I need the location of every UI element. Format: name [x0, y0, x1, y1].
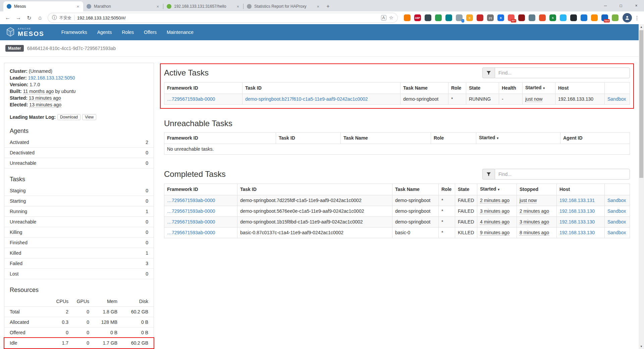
extension-icon[interactable]: ABP — [414, 14, 421, 21]
page-scrollbar[interactable]: ▲ ▼ — [639, 24, 644, 349]
col-state[interactable]: State — [455, 184, 477, 195]
col-role[interactable]: Role — [439, 184, 455, 195]
tab-hello-app[interactable]: 192.168.133.131:31657/hello × — [163, 1, 243, 11]
resources-row-total: Total 2 0 1.8 GB 60.2 GB — [4, 307, 154, 317]
col-task-id[interactable]: Task ID — [237, 184, 392, 195]
sandbox-link[interactable]: Sandbox — [607, 208, 626, 214]
col-host[interactable]: Host — [555, 83, 605, 94]
nav-item-agents[interactable]: Agents — [92, 24, 117, 40]
nav-item-maintenance[interactable]: Maintenance — [162, 24, 199, 40]
home-button[interactable]: ⌂ — [35, 13, 45, 23]
log-view-button[interactable]: View — [82, 114, 96, 120]
host-link[interactable]: 192.168.133.130 — [559, 230, 595, 235]
nav-item-roles[interactable]: Roles — [117, 24, 139, 40]
new-tab-button[interactable]: + — [323, 2, 333, 11]
col-role[interactable]: Role — [431, 133, 476, 144]
completed-tasks-find-input[interactable] — [495, 169, 630, 180]
tab-close-icon[interactable]: × — [316, 4, 320, 9]
url-input[interactable] — [77, 15, 378, 20]
col-task-name[interactable]: Task Name — [400, 83, 448, 94]
address-bar[interactable]: ⓘ 不安全 A ☆ — [48, 13, 398, 23]
nav-item-frameworks[interactable]: Frameworks — [56, 24, 92, 40]
col-started[interactable]: Started▼ — [477, 184, 517, 195]
tab-close-icon[interactable]: × — [76, 4, 80, 9]
extension-icon[interactable] — [581, 14, 587, 21]
framework-id-link[interactable]: …7295671593ab-0000 — [167, 219, 215, 225]
bookmark-star-icon[interactable]: ☆ — [389, 15, 393, 21]
reload-button[interactable]: ↻ — [24, 13, 34, 23]
framework-id-link[interactable]: …7295671593ab-0000 — [167, 198, 215, 203]
col-task-name[interactable]: Task Name — [341, 133, 431, 144]
col-task-name[interactable]: Task Name — [392, 184, 439, 195]
col-host[interactable]: Host — [557, 184, 605, 195]
extension-icon[interactable]: (≡) — [487, 14, 494, 21]
extension-icon[interactable]: 1 — [456, 14, 463, 21]
forward-button[interactable]: → — [13, 13, 23, 23]
col-started[interactable]: Started▼ — [476, 133, 560, 144]
tab-mesos[interactable]: Mesos × — [3, 1, 83, 11]
extension-icon[interactable]: S — [549, 14, 556, 21]
col-agent-id[interactable]: Agent ID — [560, 133, 630, 144]
col-stopped[interactable]: Stopped — [517, 184, 557, 195]
extension-icon[interactable] — [425, 14, 431, 21]
extension-icon[interactable]: New — [601, 14, 608, 21]
host-link[interactable]: 192.168.133.130 — [559, 208, 595, 214]
col-started[interactable]: Started▼ — [523, 83, 555, 94]
extension-icon[interactable] — [435, 14, 442, 21]
browser-menu-icon[interactable]: ⋮ — [633, 13, 641, 23]
extension-icon[interactable]: 99+ — [508, 14, 515, 21]
col-task-id[interactable]: Task ID — [276, 133, 341, 144]
host-link[interactable]: 192.168.133.131 — [559, 198, 595, 203]
log-download-button[interactable]: Download — [57, 114, 80, 120]
extension-icon[interactable] — [529, 14, 535, 21]
col-framework-id[interactable]: Framework ID — [164, 133, 276, 144]
col-task-id[interactable]: Task ID — [243, 83, 400, 94]
framework-id-link[interactable]: …7295671593ab-0000 — [167, 230, 215, 235]
minimize-button[interactable]: ─ — [598, 0, 613, 11]
scrollbar-thumb[interactable] — [639, 30, 643, 178]
col-role[interactable]: Role — [448, 83, 466, 94]
profile-avatar[interactable] — [623, 13, 632, 22]
mesos-logo[interactable]: APACHE MESOS — [6, 27, 44, 37]
extension-icon[interactable] — [570, 14, 577, 21]
col-health[interactable]: Health — [499, 83, 523, 94]
maximize-button[interactable]: □ — [613, 0, 629, 11]
extension-icon[interactable] — [404, 14, 411, 21]
col-framework-id[interactable]: Framework ID — [164, 83, 243, 94]
leader-link[interactable]: 192.168.133.132:5050 — [28, 75, 75, 81]
task-id-link[interactable]: demo-springboot.b217f610-c1a5-11e9-aaf9-… — [245, 96, 368, 102]
tab-close-icon[interactable]: × — [236, 4, 240, 9]
task-name-cell: demo-springboot — [392, 195, 439, 206]
extension-icon[interactable] — [518, 14, 525, 21]
extension-icon[interactable] — [539, 14, 546, 21]
scroll-down-icon[interactable]: ▼ — [639, 344, 644, 349]
tab-haproxy-stats[interactable]: Statistics Report for HAProxy × — [244, 1, 323, 11]
security-label[interactable]: 不安全 — [59, 15, 71, 21]
extension-icon[interactable]: B — [497, 14, 504, 21]
translate-icon[interactable]: A — [381, 15, 386, 20]
sandbox-link[interactable]: Sandbox — [607, 198, 626, 203]
back-button[interactable]: ← — [3, 13, 13, 23]
sandbox-link[interactable]: Sandbox — [607, 230, 626, 235]
close-button[interactable]: × — [629, 0, 644, 11]
sandbox-link[interactable]: Sandbox — [607, 96, 626, 102]
page-info-icon[interactable]: ⓘ — [52, 15, 57, 21]
col-state[interactable]: State — [466, 83, 499, 94]
nav-item-offers[interactable]: Offers — [139, 24, 162, 40]
col-framework-id[interactable]: Framework ID — [164, 184, 237, 195]
stopped-cell: 8 minutes ago — [520, 230, 549, 236]
active-tasks-find-input[interactable] — [495, 67, 630, 78]
extension-icon[interactable] — [560, 14, 567, 21]
framework-id-link[interactable]: …7295671593ab-0000 — [167, 96, 215, 102]
tab-close-icon[interactable]: × — [156, 4, 160, 9]
extension-icon[interactable] — [612, 14, 619, 21]
extension-icon[interactable] — [591, 14, 598, 21]
extension-icon[interactable] — [445, 14, 452, 21]
extension-icon[interactable]: C — [466, 14, 473, 21]
tab-marathon[interactable]: Marathon × — [83, 1, 163, 11]
host-link[interactable]: 192.168.133.130 — [559, 219, 595, 225]
framework-id-link[interactable]: …7295671593ab-0000 — [167, 208, 215, 214]
extension-icon[interactable] — [477, 14, 483, 21]
scroll-up-icon[interactable]: ▲ — [639, 24, 644, 30]
sandbox-link[interactable]: Sandbox — [607, 219, 626, 225]
